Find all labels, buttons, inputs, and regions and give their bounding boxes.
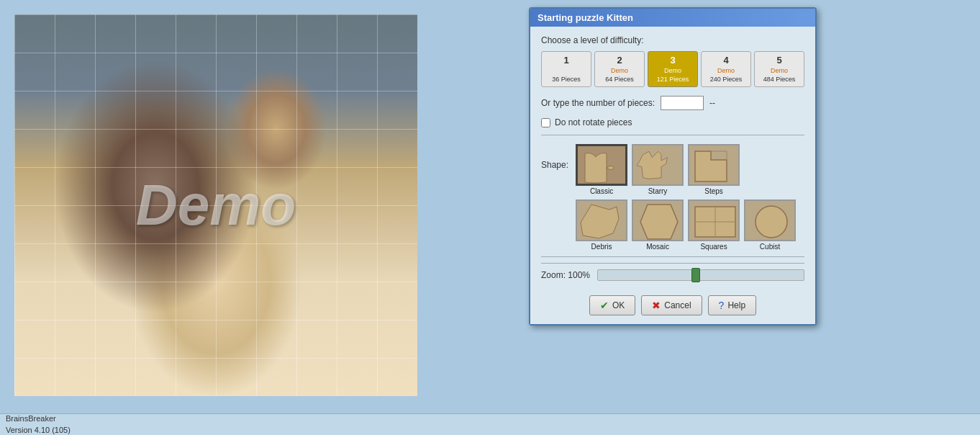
zoom-label: Zoom: 100%	[541, 270, 590, 280]
shape-mosaic[interactable]: Mosaic	[632, 199, 684, 251]
puzzle-area: Demo	[14, 14, 417, 396]
type-pieces-dash: --	[709, 98, 715, 108]
difficulty-buttons: 1 36 Pieces 2 Demo 64 Pieces 3 Demo 121 …	[541, 51, 804, 87]
dialog-content: Choose a level of difficulty: 1 36 Piece…	[530, 27, 815, 324]
zoom-section: Zoom: 100%	[541, 263, 804, 281]
dialog-box: Starting puzzle Kitten Choose a level of…	[529, 7, 817, 326]
rotate-checkbox[interactable]	[541, 118, 550, 127]
shape-mosaic-label: Mosaic	[646, 243, 669, 251]
type-pieces-row: Or type the number of pieces: --	[541, 96, 804, 110]
dialog-title: Starting puzzle Kitten	[537, 12, 633, 23]
shape-starry-label: Starry	[648, 187, 668, 195]
shape-row-2: Debris Mosaic	[576, 199, 804, 251]
shape-steps-preview	[688, 144, 740, 186]
dialog-titlebar: Starting puzzle Kitten	[530, 9, 815, 27]
shape-section: Shape: Classic	[541, 144, 804, 251]
difficulty-btn-4[interactable]: 4 Demo 240 Pieces	[701, 51, 751, 87]
difficulty-btn-5[interactable]: 5 Demo 484 Pieces	[754, 51, 804, 87]
shape-cubist-preview	[744, 199, 796, 241]
difficulty-btn-3[interactable]: 3 Demo 121 Pieces	[648, 51, 698, 87]
status-text: BrainsBreaker Version 4.10 (105)	[6, 413, 71, 435]
shape-squares-label: Squares	[700, 243, 727, 251]
rotate-label: Do not rotate pieces	[555, 117, 632, 127]
button-row: ✔ OK ✖ Cancel ? Help	[541, 290, 804, 315]
type-pieces-input[interactable]	[661, 96, 704, 110]
shape-label: Shape:	[541, 144, 568, 170]
help-button[interactable]: ? Help	[708, 295, 756, 315]
ok-icon: ✔	[600, 300, 609, 311]
shape-cubist-label: Cubist	[760, 243, 780, 251]
shape-steps[interactable]: Steps	[688, 144, 740, 195]
shape-squares-preview	[688, 199, 740, 241]
rotate-row: Do not rotate pieces	[541, 117, 804, 135]
shapes-container: Classic Starry	[576, 144, 804, 251]
app-name: BrainsBreaker	[6, 414, 56, 423]
help-label: Help	[727, 300, 745, 310]
shape-squares[interactable]: Squares	[688, 199, 740, 251]
shape-debris-preview	[576, 199, 627, 241]
difficulty-label: Choose a level of difficulty:	[541, 35, 804, 45]
shape-cubist[interactable]: Cubist	[744, 199, 796, 251]
shape-debris[interactable]: Debris	[576, 199, 627, 251]
type-pieces-label: Or type the number of pieces:	[541, 98, 655, 108]
separator-zoom	[541, 256, 804, 257]
shape-starry-preview	[632, 144, 684, 186]
cancel-label: Cancel	[664, 300, 691, 310]
shape-classic-label: Classic	[590, 187, 613, 195]
zoom-slider[interactable]	[597, 269, 804, 281]
status-bar: BrainsBreaker Version 4.10 (105)	[0, 413, 980, 435]
ok-label: OK	[612, 300, 625, 310]
shape-mosaic-preview	[632, 199, 684, 241]
shape-classic-preview	[576, 144, 627, 186]
shape-debris-label: Debris	[591, 243, 612, 251]
app-version: Version 4.10 (105)	[6, 426, 71, 434]
cancel-button[interactable]: ✖ Cancel	[641, 295, 702, 315]
difficulty-btn-2[interactable]: 2 Demo 64 Pieces	[594, 51, 645, 87]
svg-point-10	[756, 206, 787, 238]
shape-steps-label: Steps	[704, 187, 723, 195]
demo-watermark: Demo	[136, 172, 296, 238]
ok-button[interactable]: ✔ OK	[589, 295, 635, 315]
cancel-icon: ✖	[652, 300, 661, 311]
help-icon: ?	[719, 300, 725, 311]
difficulty-btn-1[interactable]: 1 36 Pieces	[541, 51, 591, 87]
shape-starry[interactable]: Starry	[632, 144, 684, 195]
shape-row-1: Classic Starry	[576, 144, 804, 195]
shape-classic[interactable]: Classic	[576, 144, 627, 195]
